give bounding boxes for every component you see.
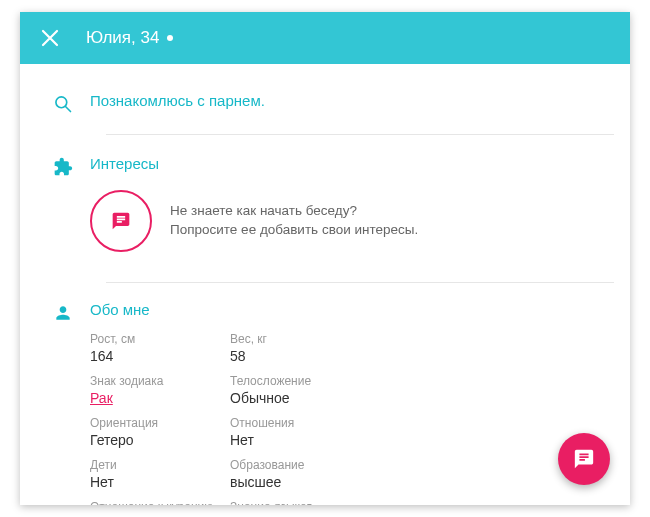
header-bar: Юлия, 34 — [20, 12, 630, 64]
about-title: Обо мне — [90, 301, 614, 318]
height-label: Рост, см — [90, 332, 220, 346]
height-value: 164 — [90, 348, 220, 364]
zodiac-value[interactable]: Рак — [90, 390, 220, 406]
children-label: Дети — [90, 458, 220, 472]
body-label: Телосложение — [230, 374, 390, 388]
interests-line1: Не знаете как начать беседу? — [170, 202, 418, 221]
looking-for-text: Познакомлюсь с парнем. — [90, 92, 614, 109]
zodiac-label: Знак зодиака — [90, 374, 220, 388]
relationship-label: Отношения — [230, 416, 390, 430]
profile-name-age: Юлия, 34 — [86, 28, 159, 48]
interests-line2: Попросите ее добавить свои интересы. — [170, 221, 418, 240]
chat-icon — [111, 211, 131, 231]
education-value: высшее — [230, 474, 390, 490]
chat-circle-icon — [90, 190, 152, 252]
profile-card: Юлия, 34 Познакомлюсь с парнем. Интересы — [20, 12, 630, 505]
close-button[interactable] — [36, 24, 64, 52]
chat-fab-button[interactable] — [558, 433, 610, 485]
interests-section: Интересы Не знаете как начать беседу? По… — [20, 135, 630, 282]
weight-value: 58 — [230, 348, 390, 364]
svg-line-1 — [66, 107, 71, 112]
orientation-value: Гетеро — [90, 432, 220, 448]
weight-label: Вес, кг — [230, 332, 390, 346]
content-area: Познакомлюсь с парнем. Интересы Не знает… — [20, 64, 630, 505]
interests-title: Интересы — [90, 155, 614, 172]
close-icon — [41, 29, 59, 47]
online-indicator-icon — [167, 35, 173, 41]
puzzle-icon — [53, 157, 73, 177]
search-icon — [53, 94, 73, 114]
header-title: Юлия, 34 — [86, 28, 173, 48]
about-section: Обо мне Рост, см 164 Вес, кг 58 Знак зод… — [20, 283, 630, 505]
body-value: Обычное — [230, 390, 390, 406]
looking-for-row: Познакомлюсь с парнем. — [20, 64, 630, 134]
education-label: Образование — [230, 458, 390, 472]
children-value: Нет — [90, 474, 220, 490]
interests-text: Не знаете как начать беседу? Попросите е… — [170, 202, 418, 240]
interests-prompt[interactable]: Не знаете как начать беседу? Попросите е… — [90, 186, 614, 260]
smoking-label: Отношение к курению — [90, 500, 220, 505]
orientation-label: Ориентация — [90, 416, 220, 430]
chat-icon — [573, 448, 595, 470]
person-icon — [53, 303, 73, 323]
languages-label: Знание языков — [230, 500, 390, 505]
about-grid: Рост, см 164 Вес, кг 58 Знак зодиака Рак… — [90, 332, 614, 505]
relationship-value: Нет — [230, 432, 390, 448]
